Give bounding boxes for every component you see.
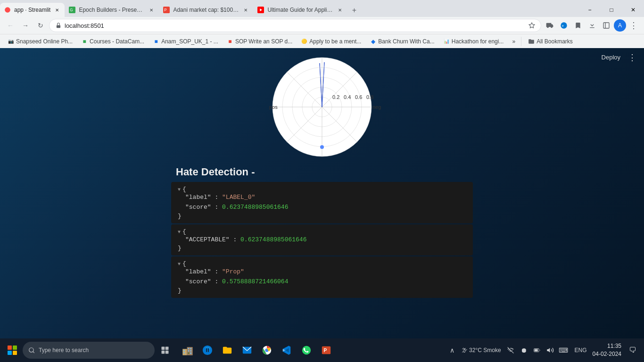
tab-adani[interactable]: P Adani market cap: $100 billion ✕ — [159, 3, 253, 17]
taskbar-app-edge[interactable] — [199, 342, 216, 359]
json-value-label-1: "LABEL_0" — [222, 194, 255, 201]
collapse-arrow-2[interactable]: ▼ — [178, 230, 181, 235]
weather-text: 32°C Smoke — [469, 347, 501, 354]
bookmark-label-sop2: SOP Write an SOP d... — [235, 38, 292, 45]
address-input[interactable]: localhost:8501 — [49, 19, 541, 32]
maximize-button[interactable]: □ — [601, 3, 622, 17]
tab-label-adani: Adani market cap: $100 billion — [173, 7, 239, 13]
taskbar-app-mail[interactable] — [239, 342, 256, 359]
json-value-score-3: 0.5758888721466064 — [222, 278, 288, 285]
whatsapp-icon — [301, 345, 312, 355]
svg-rect-32 — [188, 348, 190, 349]
record-icon[interactable]: ⏺ — [518, 345, 529, 356]
svg-rect-36 — [188, 353, 190, 354]
system-tray-expand[interactable]: ∧ — [446, 345, 458, 356]
bookmark-label-hackathon: Hackathon for engi... — [452, 38, 504, 45]
taskbar-right: ∧ 🌫 32°C Smoke ⏺ ⌨ ENG 11:35 04-02-2024 — [446, 342, 640, 359]
tab-favicon-epoch: G — [68, 6, 76, 14]
battery-icon[interactable] — [531, 345, 543, 356]
bookmark-sop1[interactable]: ■ Anam_SOP_UK_1 - ... — [149, 37, 222, 46]
more-options-button[interactable]: ⋮ — [628, 52, 636, 63]
polar-axis-0.8: 0.8 — [366, 94, 373, 100]
bookmark-datacam[interactable]: ■ Courses - DataCam... — [77, 37, 148, 46]
collapse-arrow-1[interactable]: ▼ — [178, 187, 181, 192]
new-tab-button[interactable]: + — [347, 4, 361, 17]
deploy-button[interactable]: Deploy — [598, 52, 624, 63]
tab-close-youtube[interactable]: ✕ — [336, 6, 344, 14]
taskbar-time[interactable]: 11:35 04-02-2024 — [593, 342, 621, 358]
task-view-button[interactable] — [157, 342, 173, 359]
taskbar-search[interactable]: Type here to search — [23, 342, 155, 359]
collapse-arrow-3[interactable]: ▼ — [178, 262, 181, 267]
svg-point-0 — [5, 7, 10, 13]
tab-label-epoch: Epoch Builders - Presentation — [79, 7, 145, 13]
tab-bar: app · Streamlit ✕ G Epoch Builders - Pre… — [0, 0, 644, 17]
explorer-icon — [222, 345, 232, 355]
app-area: Deploy ⋮ 0.2 0.4 0.6 0.8 pos neg — [0, 48, 644, 338]
tab-favicon-youtube — [257, 6, 264, 14]
bookmark-label-sop1: Anam_SOP_UK_1 - ... — [161, 38, 218, 45]
extensions-icon[interactable] — [543, 19, 556, 32]
polar-neg-label: neg — [372, 104, 381, 110]
tab-streamlit[interactable]: app · Streamlit ✕ — [0, 3, 65, 17]
bookmark-apply[interactable]: 🟡 Apply to be a ment... — [297, 37, 365, 46]
url-text: localhost:8501 — [65, 22, 526, 29]
volume-icon[interactable] — [545, 345, 556, 356]
bookmark-hackathon[interactable]: 📊 Hackathon for engi... — [439, 37, 508, 46]
bookmark-favicon-sop1: ■ — [153, 38, 159, 45]
json-block-3: ▼{ "label" : "Prop" "score" : 0.57588887… — [171, 256, 473, 298]
json-blocks-container: ▼{ "label" : "LABEL_0" "score" : 0.62374… — [171, 182, 473, 298]
taskbar-app-vscode[interactable] — [278, 342, 295, 359]
sidebar-icon[interactable] — [600, 19, 613, 32]
bookmark-snapseed[interactable]: 📷 Snapseed Online Ph... — [4, 37, 76, 46]
edge-icon[interactable]: e — [557, 19, 570, 32]
json-value-score-1: 0.6237488985061646 — [222, 204, 288, 211]
notification-button[interactable]: 🗨 — [625, 342, 640, 359]
json-key-acceptable: "ACCEPTABLE" — [185, 236, 230, 243]
language-indicator[interactable]: ENG — [573, 345, 589, 356]
chart-container: 0.2 0.4 0.6 0.8 pos neg — [0, 48, 644, 161]
taskbar-apps: P — [179, 342, 335, 359]
menu-icon[interactable]: ⋮ — [627, 19, 640, 32]
taskbar-search-placeholder: Type here to search — [39, 347, 89, 354]
taskbar-weather[interactable]: 🌫 32°C Smoke — [462, 347, 501, 354]
json-block-1: ▼{ "label" : "LABEL_0" "score" : 0.62374… — [171, 182, 473, 223]
bookmark-favicon-snapseed: 📷 — [8, 38, 14, 45]
tab-close-adani[interactable]: ✕ — [242, 6, 249, 14]
tab-epoch[interactable]: G Epoch Builders - Presentation ✕ — [65, 3, 159, 17]
close-button[interactable]: ✕ — [622, 3, 644, 17]
json-value-label-3: "Prop" — [222, 268, 244, 275]
bookmark-sop2[interactable]: ■ SOP Write an SOP d... — [223, 37, 296, 46]
tab-close-epoch[interactable]: ✕ — [148, 6, 155, 14]
svg-line-23 — [33, 352, 34, 353]
bookmark-bankchurn[interactable]: ◆ Bank Churn With Ca... — [366, 37, 438, 46]
json-key-label-1: "label" — [185, 194, 211, 201]
taskbar-app-explorer[interactable] — [219, 342, 236, 359]
bookmarks-more-button[interactable]: » — [509, 37, 518, 46]
minimize-button[interactable]: − — [579, 3, 601, 17]
bookmark-icon[interactable] — [571, 19, 585, 32]
tab-close-streamlit[interactable]: ✕ — [53, 6, 61, 14]
chrome-icon — [262, 345, 272, 355]
download-icon[interactable] — [586, 19, 599, 32]
svg-rect-37 — [190, 353, 191, 354]
svg-marker-47 — [547, 348, 550, 352]
taskbar-app-chrome[interactable] — [258, 342, 275, 359]
star-icon[interactable] — [528, 22, 535, 29]
buildings-icon — [182, 345, 193, 356]
back-button[interactable]: ← — [4, 19, 17, 32]
tab-youtube[interactable]: Ultimate Guide for Applied Ge... ✕ — [253, 3, 347, 17]
taskbar-app-powerpoint[interactable]: P — [318, 342, 335, 359]
svg-rect-26 — [162, 351, 165, 354]
network-icon[interactable] — [505, 345, 516, 356]
profile-icon[interactable]: A — [614, 19, 626, 32]
forward-button[interactable]: → — [19, 19, 32, 32]
keyboard-icon[interactable]: ⌨ — [558, 345, 569, 356]
start-button[interactable] — [4, 342, 21, 359]
all-bookmarks-button[interactable]: All Bookmarks — [524, 37, 577, 46]
reload-button[interactable]: ↻ — [34, 19, 47, 32]
polar-axis-0.2: 0.2 — [332, 94, 339, 100]
volume-svg — [546, 346, 554, 354]
taskbar-app-buildings[interactable] — [179, 342, 196, 359]
taskbar-app-whatsapp[interactable] — [298, 342, 315, 359]
